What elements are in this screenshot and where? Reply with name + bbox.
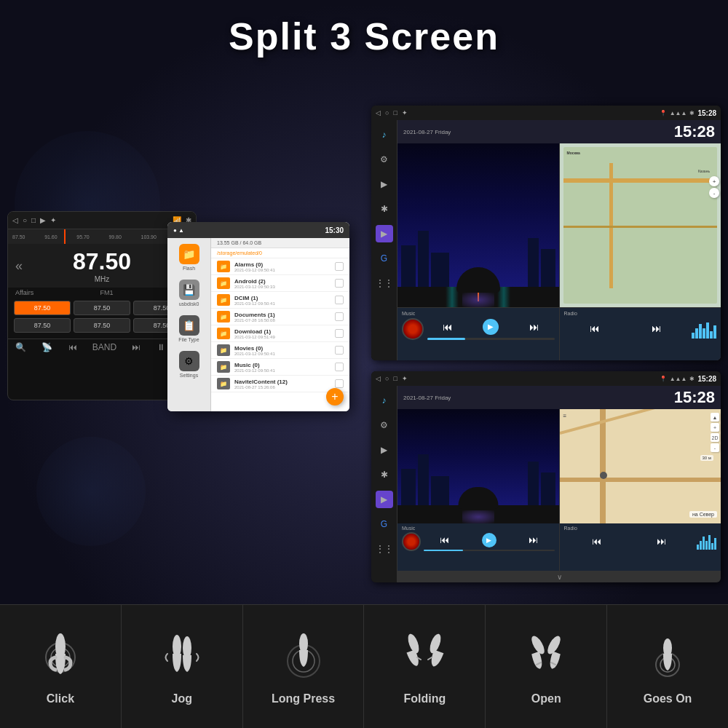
file-item-dcim[interactable]: 📁 DCIM (1) 2021-03-12 09:50:41 (211, 292, 349, 309)
gesture-longpress[interactable]: Long Press (243, 605, 365, 728)
item-date-8: 2021-08-27 15:26:06 (234, 385, 331, 389)
nav-icons-2: ◁ ○ □ ✦ (376, 375, 408, 382)
android-content-2: 2021-08-27 Friday 15:28 (397, 386, 721, 582)
play-btn-1[interactable]: ▶ (483, 319, 499, 335)
prev-arrow[interactable]: « (15, 258, 23, 274)
item-date: 2021-03-12 09:50:41 (234, 268, 331, 272)
music-control-2: Music ⏮ ▶ ⏭ (397, 523, 559, 571)
item-info-6: Movies (0) 2021-03-12 09:50:41 (234, 345, 331, 356)
home-icon-1[interactable]: ○ (385, 109, 389, 116)
file-item-download[interactable]: 📁 Download (1) 2021-03-12 09:51:49 (211, 325, 349, 342)
item-checkbox-8[interactable] (335, 379, 344, 388)
flash-icon: 📁 (179, 244, 199, 264)
android-body-2: ♪ ⚙ ▶ ✱ ▶ G ⋮⋮ 2021-08-27 Friday 15:28 (371, 386, 721, 582)
signal-status: ● ▲ (173, 227, 184, 234)
sidebar-settings[interactable]: ⚙ Settings (179, 351, 199, 378)
gesture-open[interactable]: Open (486, 605, 607, 728)
skip-fwd-icon[interactable]: ⏭ (132, 342, 141, 352)
item-checkbox-3[interactable] (335, 296, 344, 304)
gesture-folding[interactable]: Folding (364, 605, 486, 728)
preset-2[interactable]: 87.50 (74, 301, 130, 315)
status-icons-2: 📍 ▲▲▲ ✱ 15:28 (660, 375, 716, 383)
menu-icon[interactable]: ▶ (40, 216, 46, 224)
item-checkbox-6[interactable] (335, 346, 344, 355)
gesture-jog[interactable]: Jog (122, 605, 243, 728)
google-sidebar-icon[interactable]: G (376, 250, 393, 267)
grid-sidebar-icon[interactable]: ⋮⋮ (376, 274, 393, 292)
wifi-icon[interactable]: 📡 (41, 342, 52, 352)
storage-amount: 13.55 GB / 64.0 GB (217, 240, 261, 245)
music-sidebar-icon[interactable]: ♪ (376, 126, 393, 143)
gesture-goeson[interactable]: Goes On (607, 605, 728, 728)
radio-next-2[interactable]: ⏭ (657, 536, 666, 547)
back-icon[interactable]: ◁ (12, 216, 18, 224)
search-icon[interactable]: 🔍 (15, 342, 26, 352)
radio-bars-1 (692, 318, 716, 339)
click-label: Click (47, 692, 74, 705)
next-btn-2[interactable]: ⏭ (529, 534, 538, 545)
recent-icon[interactable]: □ (31, 216, 36, 224)
settings-sidebar-icon[interactable]: ⚙ (376, 151, 393, 168)
freq-display: 87.50 MHz (73, 248, 131, 283)
play-btn-2[interactable]: ▶ (482, 533, 496, 547)
mic-icon-2[interactable]: ✦ (402, 375, 408, 382)
top-time-2: 15:28 (697, 375, 716, 383)
file-item-music[interactable]: 📁 Music (0) 2021-03-12 09:50:41 (211, 359, 349, 376)
sidebar-usbdisk[interactable]: 💾 usbdisk0 (179, 280, 199, 306)
item-name-7: Music (0) (234, 362, 331, 368)
sidebar-flash[interactable]: 📁 Flash (179, 244, 199, 271)
file-item-alarms[interactable]: 📁 Alarms (0) 2021-03-12 09:50:41 (211, 258, 349, 275)
nav-icons-1: ◁ ○ □ ✦ (376, 109, 408, 116)
video-sidebar-icon-2[interactable]: ▶ (376, 441, 393, 459)
music-sidebar-icon-2[interactable]: ♪ (376, 392, 393, 409)
file-item-movies[interactable]: 📁 Movies (0) 2021-03-12 09:50:41 (211, 342, 349, 359)
add-button[interactable]: + (326, 388, 344, 405)
prev-btn-1[interactable]: ⏮ (443, 321, 453, 333)
radio-prev-2[interactable]: ⏮ (592, 536, 601, 547)
google-sidebar-icon-2[interactable]: G (376, 515, 393, 533)
skip-back-icon[interactable]: ⏮ (68, 342, 77, 352)
mic-icon[interactable]: ✦ (50, 216, 56, 224)
next-btn-1[interactable]: ⏭ (529, 321, 539, 333)
item-checkbox-5[interactable] (335, 329, 344, 338)
preset-1[interactable]: 87.50 (14, 301, 71, 315)
video-sidebar-icon[interactable]: ▶ (376, 175, 393, 193)
gesture-section: Click Jog Long (0, 604, 728, 728)
radio-next-1[interactable]: ⏭ (652, 323, 662, 334)
android-sidebar-1: ♪ ⚙ ▶ ✱ ▶ G ⋮⋮ (371, 120, 397, 360)
preset-row-2: 87.50 87.50 87.50 (14, 318, 190, 333)
item-checkbox-2[interactable] (335, 279, 344, 288)
home-icon-2[interactable]: ○ (385, 375, 389, 382)
item-name-5: Download (1) (234, 328, 331, 335)
back-icon-1[interactable]: ◁ (376, 109, 381, 116)
file-item-documents[interactable]: 📁 Documents (1) 2021-07-28 16:50:08 (211, 309, 349, 325)
item-checkbox[interactable] (335, 262, 344, 271)
mic-icon-1[interactable]: ✦ (402, 109, 408, 116)
apps-sidebar-icon[interactable]: ▶ (376, 225, 393, 242)
radio-prev-1[interactable]: ⏮ (590, 323, 600, 334)
preset-4[interactable]: 87.50 (14, 318, 71, 333)
eq-icon[interactable]: ⏸ (157, 342, 165, 352)
preset-5[interactable]: 87.50 (74, 318, 130, 333)
longpress-label: Long Press (272, 692, 335, 705)
recent-icon-1[interactable]: □ (393, 109, 397, 116)
item-checkbox-7[interactable] (335, 363, 344, 371)
sidebar-filetype[interactable]: 📋 File Type (178, 315, 199, 342)
controls-row-2: Music ⏮ ▶ ⏭ (397, 523, 721, 571)
bt-sidebar-icon[interactable]: ✱ (376, 200, 393, 218)
settings-sidebar-icon-2[interactable]: ⚙ (376, 416, 393, 434)
item-checkbox-4[interactable] (335, 312, 344, 321)
grid-sidebar-icon-2[interactable]: ⋮⋮ (376, 540, 393, 558)
home-icon[interactable]: ○ (23, 216, 27, 224)
bt-sidebar-icon-2[interactable]: ✱ (376, 466, 393, 483)
band-icon[interactable]: BAND (92, 342, 116, 352)
deco-circle-2 (36, 437, 146, 546)
bt-icon-1: ✱ (689, 110, 695, 116)
apps-sidebar-icon-2[interactable]: ▶ (376, 491, 393, 508)
prev-btn-2[interactable]: ⏮ (440, 534, 449, 545)
recent-icon-2[interactable]: □ (393, 375, 397, 382)
back-icon-2[interactable]: ◁ (376, 375, 381, 382)
file-item-android[interactable]: 📁 Android (2) 2021-03-12 09:50:33 (211, 275, 349, 292)
item-date-2: 2021-03-12 09:50:33 (234, 285, 331, 289)
gesture-click[interactable]: Click (0, 605, 122, 728)
